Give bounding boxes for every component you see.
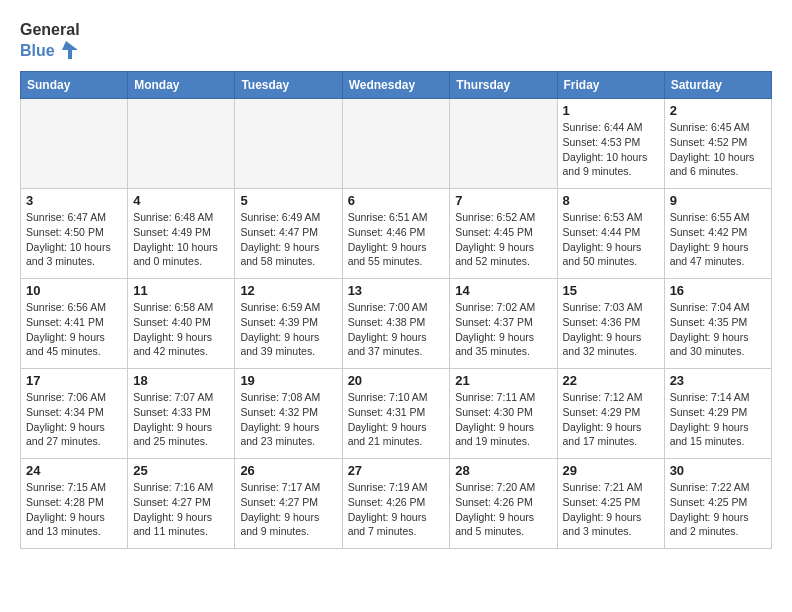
week-row-4: 17Sunrise: 7:06 AM Sunset: 4:34 PM Dayli… <box>21 369 772 459</box>
svg-marker-0 <box>62 41 78 59</box>
calendar-header-row: SundayMondayTuesdayWednesdayThursdayFrid… <box>21 72 772 99</box>
day-info: Sunrise: 7:21 AM Sunset: 4:25 PM Dayligh… <box>563 480 659 539</box>
calendar-cell: 15Sunrise: 7:03 AM Sunset: 4:36 PM Dayli… <box>557 279 664 369</box>
day-info: Sunrise: 6:56 AM Sunset: 4:41 PM Dayligh… <box>26 300 122 359</box>
day-number: 20 <box>348 373 445 388</box>
calendar-cell: 12Sunrise: 6:59 AM Sunset: 4:39 PM Dayli… <box>235 279 342 369</box>
calendar-cell: 29Sunrise: 7:21 AM Sunset: 4:25 PM Dayli… <box>557 459 664 549</box>
day-number: 13 <box>348 283 445 298</box>
day-number: 11 <box>133 283 229 298</box>
day-number: 23 <box>670 373 766 388</box>
calendar-cell <box>128 99 235 189</box>
day-info: Sunrise: 7:07 AM Sunset: 4:33 PM Dayligh… <box>133 390 229 449</box>
day-info: Sunrise: 7:11 AM Sunset: 4:30 PM Dayligh… <box>455 390 551 449</box>
calendar-cell: 17Sunrise: 7:06 AM Sunset: 4:34 PM Dayli… <box>21 369 128 459</box>
day-info: Sunrise: 7:10 AM Sunset: 4:31 PM Dayligh… <box>348 390 445 449</box>
day-number: 22 <box>563 373 659 388</box>
day-header-friday: Friday <box>557 72 664 99</box>
day-info: Sunrise: 6:52 AM Sunset: 4:45 PM Dayligh… <box>455 210 551 269</box>
day-info: Sunrise: 6:59 AM Sunset: 4:39 PM Dayligh… <box>240 300 336 359</box>
day-number: 24 <box>26 463 122 478</box>
day-number: 29 <box>563 463 659 478</box>
day-number: 8 <box>563 193 659 208</box>
day-number: 6 <box>348 193 445 208</box>
calendar-cell: 14Sunrise: 7:02 AM Sunset: 4:37 PM Dayli… <box>450 279 557 369</box>
day-info: Sunrise: 6:48 AM Sunset: 4:49 PM Dayligh… <box>133 210 229 269</box>
calendar-cell: 27Sunrise: 7:19 AM Sunset: 4:26 PM Dayli… <box>342 459 450 549</box>
day-number: 27 <box>348 463 445 478</box>
week-row-2: 3Sunrise: 6:47 AM Sunset: 4:50 PM Daylig… <box>21 189 772 279</box>
day-number: 28 <box>455 463 551 478</box>
calendar-cell: 11Sunrise: 6:58 AM Sunset: 4:40 PM Dayli… <box>128 279 235 369</box>
calendar-cell: 16Sunrise: 7:04 AM Sunset: 4:35 PM Dayli… <box>664 279 771 369</box>
day-info: Sunrise: 7:22 AM Sunset: 4:25 PM Dayligh… <box>670 480 766 539</box>
day-header-saturday: Saturday <box>664 72 771 99</box>
calendar-cell: 6Sunrise: 6:51 AM Sunset: 4:46 PM Daylig… <box>342 189 450 279</box>
day-number: 15 <box>563 283 659 298</box>
day-info: Sunrise: 6:58 AM Sunset: 4:40 PM Dayligh… <box>133 300 229 359</box>
day-header-monday: Monday <box>128 72 235 99</box>
calendar-cell: 20Sunrise: 7:10 AM Sunset: 4:31 PM Dayli… <box>342 369 450 459</box>
day-number: 12 <box>240 283 336 298</box>
day-info: Sunrise: 7:12 AM Sunset: 4:29 PM Dayligh… <box>563 390 659 449</box>
logo: General Blue <box>20 20 80 61</box>
day-number: 18 <box>133 373 229 388</box>
day-info: Sunrise: 7:04 AM Sunset: 4:35 PM Dayligh… <box>670 300 766 359</box>
day-number: 4 <box>133 193 229 208</box>
calendar-cell: 22Sunrise: 7:12 AM Sunset: 4:29 PM Dayli… <box>557 369 664 459</box>
logo-blue: Blue <box>20 41 55 60</box>
calendar-cell: 13Sunrise: 7:00 AM Sunset: 4:38 PM Dayli… <box>342 279 450 369</box>
day-number: 16 <box>670 283 766 298</box>
day-info: Sunrise: 7:19 AM Sunset: 4:26 PM Dayligh… <box>348 480 445 539</box>
calendar-cell: 23Sunrise: 7:14 AM Sunset: 4:29 PM Dayli… <box>664 369 771 459</box>
day-number: 2 <box>670 103 766 118</box>
day-number: 9 <box>670 193 766 208</box>
calendar-cell <box>342 99 450 189</box>
day-info: Sunrise: 6:47 AM Sunset: 4:50 PM Dayligh… <box>26 210 122 269</box>
day-number: 26 <box>240 463 336 478</box>
day-number: 1 <box>563 103 659 118</box>
day-info: Sunrise: 7:02 AM Sunset: 4:37 PM Dayligh… <box>455 300 551 359</box>
calendar-cell: 5Sunrise: 6:49 AM Sunset: 4:47 PM Daylig… <box>235 189 342 279</box>
calendar-cell: 28Sunrise: 7:20 AM Sunset: 4:26 PM Dayli… <box>450 459 557 549</box>
week-row-3: 10Sunrise: 6:56 AM Sunset: 4:41 PM Dayli… <box>21 279 772 369</box>
calendar-cell: 4Sunrise: 6:48 AM Sunset: 4:49 PM Daylig… <box>128 189 235 279</box>
day-header-thursday: Thursday <box>450 72 557 99</box>
logo-general: General <box>20 20 80 39</box>
day-info: Sunrise: 7:03 AM Sunset: 4:36 PM Dayligh… <box>563 300 659 359</box>
day-number: 5 <box>240 193 336 208</box>
calendar-cell: 1Sunrise: 6:44 AM Sunset: 4:53 PM Daylig… <box>557 99 664 189</box>
day-number: 3 <box>26 193 122 208</box>
day-number: 14 <box>455 283 551 298</box>
calendar-cell: 18Sunrise: 7:07 AM Sunset: 4:33 PM Dayli… <box>128 369 235 459</box>
calendar-cell: 2Sunrise: 6:45 AM Sunset: 4:52 PM Daylig… <box>664 99 771 189</box>
calendar-cell: 10Sunrise: 6:56 AM Sunset: 4:41 PM Dayli… <box>21 279 128 369</box>
day-header-wednesday: Wednesday <box>342 72 450 99</box>
week-row-1: 1Sunrise: 6:44 AM Sunset: 4:53 PM Daylig… <box>21 99 772 189</box>
day-info: Sunrise: 7:08 AM Sunset: 4:32 PM Dayligh… <box>240 390 336 449</box>
calendar-cell: 9Sunrise: 6:55 AM Sunset: 4:42 PM Daylig… <box>664 189 771 279</box>
day-info: Sunrise: 7:14 AM Sunset: 4:29 PM Dayligh… <box>670 390 766 449</box>
calendar-cell: 7Sunrise: 6:52 AM Sunset: 4:45 PM Daylig… <box>450 189 557 279</box>
week-row-5: 24Sunrise: 7:15 AM Sunset: 4:28 PM Dayli… <box>21 459 772 549</box>
calendar-cell: 8Sunrise: 6:53 AM Sunset: 4:44 PM Daylig… <box>557 189 664 279</box>
day-info: Sunrise: 7:15 AM Sunset: 4:28 PM Dayligh… <box>26 480 122 539</box>
day-info: Sunrise: 7:06 AM Sunset: 4:34 PM Dayligh… <box>26 390 122 449</box>
day-info: Sunrise: 7:00 AM Sunset: 4:38 PM Dayligh… <box>348 300 445 359</box>
calendar-cell <box>450 99 557 189</box>
day-info: Sunrise: 7:17 AM Sunset: 4:27 PM Dayligh… <box>240 480 336 539</box>
calendar-cell: 19Sunrise: 7:08 AM Sunset: 4:32 PM Dayli… <box>235 369 342 459</box>
calendar-cell <box>21 99 128 189</box>
page-header: General Blue <box>20 20 772 61</box>
logo-arrow-icon <box>58 39 80 61</box>
day-header-tuesday: Tuesday <box>235 72 342 99</box>
day-info: Sunrise: 6:55 AM Sunset: 4:42 PM Dayligh… <box>670 210 766 269</box>
day-number: 21 <box>455 373 551 388</box>
day-info: Sunrise: 6:51 AM Sunset: 4:46 PM Dayligh… <box>348 210 445 269</box>
day-info: Sunrise: 6:53 AM Sunset: 4:44 PM Dayligh… <box>563 210 659 269</box>
calendar-cell: 24Sunrise: 7:15 AM Sunset: 4:28 PM Dayli… <box>21 459 128 549</box>
day-info: Sunrise: 6:44 AM Sunset: 4:53 PM Dayligh… <box>563 120 659 179</box>
day-number: 17 <box>26 373 122 388</box>
calendar-cell: 25Sunrise: 7:16 AM Sunset: 4:27 PM Dayli… <box>128 459 235 549</box>
day-number: 19 <box>240 373 336 388</box>
